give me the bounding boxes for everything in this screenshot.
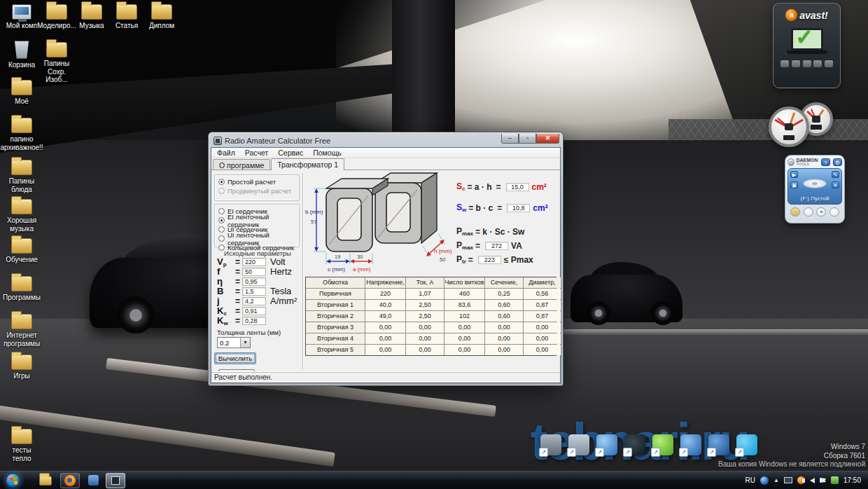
taskbar-calculator-button[interactable]	[106, 473, 125, 488]
gauge-widget[interactable]	[769, 106, 809, 147]
radio-ei-tape-core[interactable]: EI ленточный сердечник	[218, 216, 295, 224]
daemon-eject-button[interactable]: ✕	[832, 181, 839, 188]
network-icon[interactable]	[784, 477, 792, 483]
daemon-image-button[interactable]	[804, 207, 813, 216]
maximize-button[interactable]: ▫	[519, 134, 536, 144]
desktop-icon-folder[interactable]: Игры	[3, 354, 41, 380]
taskbar-firefox-button[interactable]	[60, 473, 80, 488]
folder-icon	[81, 4, 102, 20]
table-cell: 2,50	[406, 311, 444, 322]
col-header: Число витков	[444, 277, 484, 288]
param-eta-input[interactable]: 0,95	[242, 277, 266, 286]
radio-ui-tape-core[interactable]: UI ленточный сердечник	[218, 235, 295, 242]
desktop-icon-folder[interactable]: Статья	[108, 4, 146, 30]
start-button[interactable]	[6, 473, 21, 488]
desktop-icon-folder[interactable]: Моё	[3, 80, 41, 106]
daemon-drive-button[interactable]	[830, 207, 839, 216]
title-bar[interactable]: Radio Amateur Calculator Free – ▫ ✕	[211, 135, 561, 147]
daemon-tool-button[interactable]: ✎	[832, 171, 839, 178]
param-f-input[interactable]: 50	[242, 268, 266, 276]
avast-widget[interactable]: a avast! ✓	[773, 3, 841, 88]
table-cell: 0,00	[365, 322, 405, 333]
desktop-icon-folder[interactable]: Обучение	[3, 238, 41, 264]
table-cell: 0,00	[365, 345, 405, 355]
tab-transformer-1[interactable]: Трансформатор 1	[271, 158, 344, 170]
menu-calc[interactable]: Расчет	[241, 149, 272, 157]
param-vp: Vp= 220 Volt	[217, 257, 301, 266]
desktop-icon-my-computer[interactable]: Мой комп	[3, 4, 41, 30]
daemon-settings-button[interactable]: ⚙	[833, 158, 842, 166]
menu-help[interactable]: Помощь	[309, 149, 346, 157]
tray-app-icon[interactable]	[831, 476, 839, 484]
param-kc-input[interactable]: 0,91	[242, 307, 266, 315]
desktop-icon-recycle-bin[interactable]: Корзина	[3, 41, 41, 69]
desktop-icon-folder[interactable]: Моделиро...	[38, 4, 76, 30]
minimize-button[interactable]: –	[501, 134, 519, 144]
calculate-button[interactable]: Вычислить	[214, 352, 256, 364]
daemon-mount-button[interactable]: ▶	[790, 171, 798, 178]
radio-simple-calc[interactable]: Простой расчет	[218, 178, 295, 186]
desktop-icon-folder[interactable]: Музыка	[73, 4, 111, 30]
taskbar-app-button[interactable]	[88, 473, 99, 488]
desktop-icon-folder[interactable]: Хорошая музыка	[3, 199, 41, 233]
desktop-shortcut-icon[interactable]	[624, 434, 645, 455]
avast-tool-icon[interactable]	[803, 60, 811, 67]
windows-logo-icon	[10, 476, 18, 485]
taskbar-explorer-button[interactable]	[39, 473, 52, 488]
table-cell: 0,00	[406, 322, 444, 333]
daemon-add-button[interactable]: +	[816, 207, 826, 216]
desktop-shortcut-icon[interactable]	[596, 434, 617, 455]
table-cell: 0,00	[444, 333, 484, 344]
desktop-icon-folder[interactable]: тесты тепло	[3, 429, 41, 462]
language-indicator[interactable]: RU	[746, 476, 755, 484]
tape-thickness-select[interactable]: 0.2 ▼	[217, 337, 251, 348]
desktop-icon-folder[interactable]: Интернет программы	[3, 314, 41, 347]
desktop-icon-folder[interactable]: Диплом	[143, 4, 181, 30]
table-cell: 0,00	[365, 333, 405, 344]
windows-genuine-notice: Windows 7 Сборка 7601 Ваша копия Windows…	[658, 443, 865, 469]
window-title: Radio Amateur Calculator Free	[225, 137, 330, 145]
table-cell: 0,00	[524, 345, 561, 355]
radio-icon	[218, 188, 225, 194]
desktop-icon-folder[interactable]: папино архиважное!!	[3, 118, 41, 151]
tray-messenger-icon[interactable]	[760, 476, 769, 485]
volume-icon[interactable]	[810, 478, 815, 483]
param-j-input[interactable]: 4,2	[242, 297, 266, 305]
show-hidden-icons-button[interactable]: ▲	[774, 477, 779, 483]
radio-icon	[218, 235, 225, 242]
col-header: Сечение, mm2	[485, 277, 523, 288]
avast-tool-icon[interactable]	[813, 60, 822, 67]
checkmark-icon: ✓	[796, 25, 813, 49]
svg-text:19: 19	[335, 254, 340, 260]
action-center-flag-icon[interactable]	[820, 478, 826, 483]
daemon-drive-panel[interactable]: ▶ ✎ ▣ ✕ (F:) Пустой	[788, 168, 842, 205]
menu-service[interactable]: Сервис	[274, 149, 307, 157]
desktop-shortcut-icon[interactable]	[540, 434, 561, 455]
table-cell: 1,07	[406, 289, 444, 299]
table-cell: Вторичная 5	[306, 345, 365, 355]
param-kw-input[interactable]: 0,28	[242, 317, 266, 325]
avast-status-laptop-icon: ✓	[791, 28, 823, 50]
avast-tool-icon[interactable]	[792, 60, 800, 67]
menu-file[interactable]: Файл	[213, 149, 239, 157]
avast-tool-icon[interactable]	[780, 60, 789, 67]
daemon-tool-button[interactable]: ▣	[790, 181, 798, 188]
avast-brand: avast!	[799, 10, 827, 21]
daemon-help-button[interactable]: ?	[821, 158, 830, 166]
avast-tool-icon[interactable]	[825, 60, 833, 67]
param-b-input[interactable]: 1,5	[242, 287, 266, 296]
chevron-down-icon[interactable]: ▼	[240, 338, 250, 347]
radio-advanced-calc[interactable]: Продвинутый расчет	[218, 187, 295, 195]
tab-about[interactable]: О программе	[213, 159, 270, 170]
desktop-icon-folder[interactable]: Программы	[3, 276, 41, 302]
svg-text:50: 50	[440, 256, 445, 263]
desktop-icon-folder[interactable]: Папины блюда	[3, 160, 41, 193]
daemon-tools-widget[interactable]: D DAEMONTOOLS ? ⚙ ▶ ✎ ▣ ✕ (F:) Пустой +	[785, 155, 845, 223]
clock[interactable]: 17:50	[844, 476, 861, 484]
close-button[interactable]: ✕	[536, 134, 559, 144]
daemon-folder-button[interactable]	[790, 207, 800, 216]
param-vp-input[interactable]: 220	[242, 258, 266, 266]
desktop-icon-folder[interactable]: Папины Сохр. Изоб...	[38, 42, 76, 84]
desktop-shortcut-icon[interactable]	[568, 434, 589, 455]
computer-icon	[12, 4, 31, 20]
